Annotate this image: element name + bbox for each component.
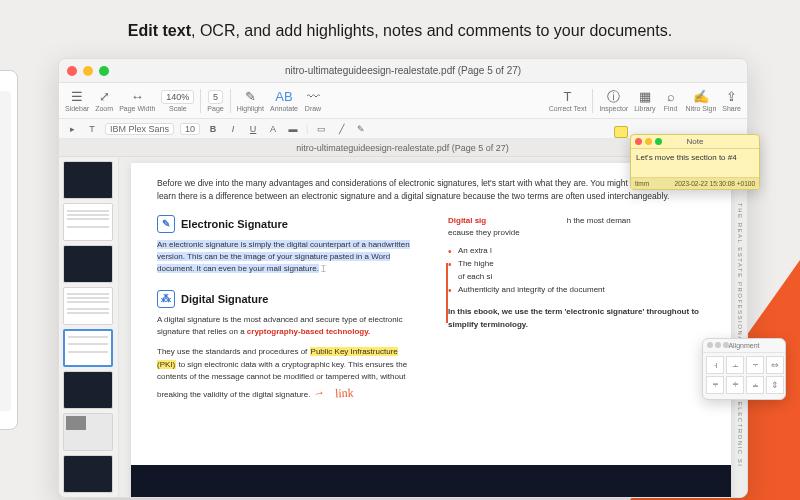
thumbnail-item-selected[interactable]	[63, 329, 113, 367]
palette-titlebar[interactable]: Alignment	[703, 339, 785, 353]
align-left-icon[interactable]: ⫞	[706, 356, 724, 374]
thumbnail-item[interactable]	[63, 287, 113, 325]
draw-button[interactable]: 〰 Draw	[304, 90, 322, 112]
signature-tool-icon[interactable]: ✎	[354, 124, 368, 134]
section-heading-esig: ✎ Electronic Signature	[157, 215, 414, 233]
find-icon: ⌕	[662, 90, 680, 104]
sticky-note-popup[interactable]: Note Let's move this section to #4 timm …	[630, 134, 760, 190]
share-icon: ⇪	[723, 90, 741, 104]
app-window: nitro-ultimateguideesign-realestate.pdf …	[58, 58, 748, 498]
highlighted-text[interactable]: An electronic signature is simply the di…	[157, 240, 410, 274]
section-heading-dsig: ⁂ Digital Signature	[157, 290, 414, 308]
body-text: Digital sig xxxxxxxxxxxxxxxxxxx h the mo…	[448, 215, 705, 240]
correct-text-icon: T	[559, 90, 577, 104]
thumbnail-item[interactable]	[63, 161, 113, 199]
thumbnail-item[interactable]	[63, 203, 113, 241]
inspector-icon: ⓘ	[605, 90, 623, 104]
margin-text: THE REAL ESTATE PROFESSIONAL'S GUIDE TO …	[737, 203, 743, 467]
scale-control[interactable]: 140% Scale	[161, 90, 194, 112]
note-marker-icon[interactable]	[614, 126, 628, 138]
draw-icon: 〰	[304, 90, 322, 104]
note-titlebar[interactable]: Note	[631, 135, 759, 149]
pdf-page[interactable]: THE REAL ESTATE PROFESSIONAL'S GUIDE TO …	[131, 163, 731, 497]
line-tool-icon[interactable]: ╱	[334, 124, 348, 134]
note-footer: timm 2023-02-22 15:30:08 +0100	[631, 177, 759, 189]
align-top-icon[interactable]: ⫧	[706, 376, 724, 394]
thumbnail-item[interactable]	[63, 413, 113, 451]
background-device-mock	[0, 70, 18, 430]
list-item: An extra l	[448, 245, 705, 258]
underline-button[interactable]: U	[246, 124, 260, 134]
distribute-v-icon[interactable]: ⇕	[766, 376, 784, 394]
highlight-button[interactable]: ✎ Highlight	[237, 90, 264, 112]
fill-color-icon[interactable]: ▬	[286, 124, 300, 134]
distribute-h-icon[interactable]: ⇔	[766, 356, 784, 374]
next-page-peek	[131, 465, 731, 497]
nitro-sign-button[interactable]: ✍ Nitro Sign	[686, 90, 717, 112]
annotate-icon: AB	[275, 90, 293, 104]
library-button[interactable]: ▦ Library	[634, 90, 655, 112]
inspector-button[interactable]: ⓘ Inspector	[599, 90, 628, 112]
note-author: timm	[635, 180, 649, 187]
font-select[interactable]: IBM Plex Sans	[105, 123, 174, 135]
sidebar-toggle[interactable]: ☰ Sidebar	[65, 90, 89, 112]
correct-text-button[interactable]: T Correct Text	[549, 90, 587, 112]
scale-value[interactable]: 140%	[161, 90, 194, 104]
thumbnail-item[interactable]	[63, 245, 113, 283]
minimize-icon[interactable]	[645, 138, 652, 145]
align-bottom-icon[interactable]: ⫨	[746, 376, 764, 394]
handwriting-annotation[interactable]: link	[334, 383, 353, 402]
window-title: nitro-ultimateguideesign-realestate.pdf …	[59, 65, 747, 76]
esig-icon: ✎	[157, 215, 175, 233]
page-width-icon: ↔	[128, 90, 146, 104]
note-body[interactable]: Let's move this section to #4	[631, 149, 759, 177]
align-center-h-icon[interactable]: ⫠	[726, 356, 744, 374]
align-right-icon[interactable]: ⫟	[746, 356, 764, 374]
annotation-arrow-icon: →	[311, 383, 326, 403]
thumbnail-item[interactable]	[63, 371, 113, 409]
italic-button[interactable]: I	[226, 124, 240, 134]
text-color-icon[interactable]: A	[266, 124, 280, 134]
text-cursor-icon: ⌶	[321, 263, 326, 275]
list-item: Authenticity and integrity of the docume…	[448, 284, 705, 297]
font-size-select[interactable]: 10	[180, 123, 200, 135]
page-width-button[interactable]: ↔ Page Width	[119, 90, 155, 112]
titlebar: nitro-ultimateguideesign-realestate.pdf …	[59, 59, 747, 83]
page-canvas[interactable]: THE REAL ESTATE PROFESSIONAL'S GUIDE TO …	[119, 157, 747, 497]
nitro-sign-icon: ✍	[692, 90, 710, 104]
promo-headline: Edit text, OCR, and add highlights, note…	[0, 0, 800, 50]
shape-tool-icon[interactable]: ▭	[314, 124, 328, 134]
dsig-icon: ⁂	[157, 290, 175, 308]
thumbnail-sidebar[interactable]	[59, 157, 119, 497]
main-toolbar: ☰ Sidebar ⤢ Zoom ↔ Page Width 140% Scale…	[59, 83, 747, 119]
align-center-v-icon[interactable]: ⫩	[726, 376, 744, 394]
highlight-icon: ✎	[241, 90, 259, 104]
body-text: A digital signature is the most advanced…	[157, 314, 414, 339]
find-button[interactable]: ⌕ Find	[662, 90, 680, 112]
library-icon: ▦	[636, 90, 654, 104]
body-text: They use the standards and procedures of…	[157, 346, 414, 402]
page-number[interactable]: 5	[208, 90, 223, 104]
annotate-button[interactable]: AB Annotate	[270, 90, 298, 112]
page-control[interactable]: 5 Page	[207, 90, 223, 112]
alignment-palette[interactable]: Alignment ⫞ ⫠ ⫟ ⇔ ⫧ ⫩ ⫨ ⇕	[702, 338, 786, 400]
bold-button[interactable]: B	[206, 124, 220, 134]
note-timestamp: 2023-02-22 15:30:08 +0100	[675, 180, 755, 187]
text-tool-icon[interactable]: T	[85, 124, 99, 134]
thumbnail-item[interactable]	[63, 455, 113, 493]
intro-paragraph: Before we dive into the many advantages …	[157, 177, 705, 203]
list-item: The higheof each si	[448, 258, 705, 284]
zoom-control[interactable]: ⤢ Zoom	[95, 90, 113, 112]
cursor-tool-icon[interactable]: ▸	[65, 124, 79, 134]
sidebar-icon: ☰	[68, 90, 86, 104]
ebook-note: In this ebook, we use the term 'electron…	[448, 306, 705, 331]
share-button[interactable]: ⇪ Share	[722, 90, 741, 112]
close-icon[interactable]	[635, 138, 642, 145]
zoom-icon: ⤢	[95, 90, 113, 104]
fullscreen-icon[interactable]	[655, 138, 662, 145]
